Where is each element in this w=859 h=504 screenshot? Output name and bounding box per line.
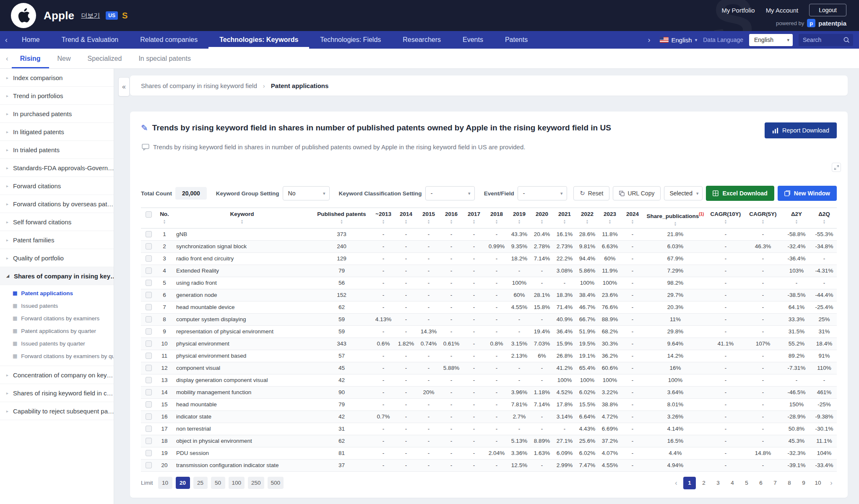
nav-item-technologies-keywords[interactable]: Technologies: Keywords	[208, 31, 309, 49]
sidebar-subitem-issued-patents-by-quarter[interactable]: ▦Issued patents by quarter	[0, 337, 114, 350]
row-checkbox[interactable]	[146, 255, 152, 262]
nav-item-events[interactable]: Events	[452, 31, 494, 49]
row-checkbox[interactable]	[146, 304, 152, 310]
row-checkbox[interactable]	[146, 316, 152, 322]
nav-item-home[interactable]: Home	[11, 31, 51, 49]
sort-icon[interactable]: ▲▼	[312, 219, 371, 224]
row-checkbox[interactable]	[146, 438, 152, 444]
nav-item-patents[interactable]: Patents	[494, 31, 539, 49]
row-checkbox[interactable]	[146, 231, 152, 237]
sidebar-item-forward-citations-by-overseas-pat[interactable]: ▸Forward citations by overseas pat…	[0, 195, 114, 213]
row-checkbox[interactable]	[146, 292, 152, 298]
page-button-4[interactable]: 4	[726, 477, 739, 489]
sort-icon[interactable]: ▲▼	[509, 219, 530, 224]
row-checkbox[interactable]	[146, 401, 152, 408]
sort-icon[interactable]: ▲▼	[418, 219, 439, 224]
sidebar-item-quality-of-portfolio[interactable]: ▸Quality of portfolio	[0, 249, 114, 267]
tab-new[interactable]: New	[49, 49, 79, 68]
sidebar-item-in-purchased-patents[interactable]: ▸In purchased patents	[0, 105, 114, 123]
row-checkbox[interactable]	[146, 243, 152, 249]
row-checkbox[interactable]	[146, 413, 152, 420]
page-button-7[interactable]: 7	[769, 477, 781, 489]
sort-icon[interactable]: ▲▼	[554, 219, 575, 224]
breadcrumb-parent[interactable]: Shares of company in rising keyword fiel…	[141, 82, 257, 89]
page-button-2[interactable]: 2	[698, 477, 710, 489]
more-link[interactable]: 더보기	[81, 12, 100, 20]
nav-item-trend-evaluation[interactable]: Trend & Evaluation	[51, 31, 129, 49]
sidebar-item-forward-citations[interactable]: ▸Forward citations	[0, 177, 114, 195]
sort-icon[interactable]: ▲▼	[441, 219, 462, 224]
sidebar-subitem-issued-patents[interactable]: ▦Issued patents	[0, 299, 114, 312]
excel-download-button[interactable]: Excel Download	[706, 186, 774, 201]
sidebar-item-concentration-of-company-on-key[interactable]: ▸Concentration of company on key…	[0, 366, 114, 384]
sort-icon[interactable]: ▲▼	[463, 219, 484, 224]
sidebar-item-in-trialed-patents[interactable]: ▸In trialed patents	[0, 141, 114, 159]
sort-icon[interactable]: ▲▼	[708, 219, 744, 224]
sort-icon[interactable]: ▲▼	[174, 219, 310, 224]
keyword-group-select[interactable]: No ▾	[283, 186, 330, 200]
sidebar-item-standards-fda-approvals-govern[interactable]: ▸Standards-FDA approvals-Govern…	[0, 159, 114, 177]
keyword-classification-select[interactable]: - ▾	[425, 186, 475, 200]
event-field-select[interactable]: - ▾	[518, 186, 567, 200]
sort-icon[interactable]: ▲▼	[396, 219, 416, 224]
tab-specialized[interactable]: Specialized	[79, 49, 130, 68]
sidebar-item-in-litigated-patents[interactable]: ▸In litigated patents	[0, 123, 114, 141]
sort-icon[interactable]: ▲▼	[782, 219, 811, 224]
locale-selector[interactable]: English ▾	[660, 36, 698, 44]
url-copy-button[interactable]: URL Copy	[613, 186, 661, 200]
sort-icon[interactable]: ▲▼	[373, 219, 394, 224]
tab-rising[interactable]: Rising	[12, 49, 49, 68]
sort-icon[interactable]: ▲▼	[531, 219, 552, 224]
row-checkbox[interactable]	[146, 389, 152, 395]
sidebar-subitem-patent-applications[interactable]: ▦Patent applications	[0, 287, 114, 299]
expand-icon[interactable]	[832, 163, 841, 172]
new-window-button[interactable]: New Window	[778, 186, 837, 201]
sort-icon[interactable]: ▲▼	[645, 221, 706, 226]
nav-scroll-right-icon[interactable]: ›	[645, 36, 654, 44]
sidebar-item-shares-of-company-in-rising-key[interactable]: ◢Shares of company in rising key…	[0, 267, 114, 285]
limit-option-25[interactable]: 25	[193, 477, 208, 489]
select-all-checkbox[interactable]	[146, 211, 152, 218]
sidebar-item-shares-of-rising-keyword-field-in-c[interactable]: ▸Shares of rising keyword field in c…	[0, 384, 114, 402]
row-checkbox[interactable]	[146, 328, 152, 335]
nav-scroll-left-icon[interactable]: ‹	[2, 31, 11, 49]
page-button-6[interactable]: 6	[755, 477, 767, 489]
row-checkbox[interactable]	[146, 280, 152, 286]
sort-icon[interactable]: ▲▼	[812, 219, 836, 224]
my-portfolio-link[interactable]: My Portfolio	[721, 7, 755, 14]
tab-in-special-patents[interactable]: In special patents	[130, 49, 199, 68]
sort-icon[interactable]: ▲▼	[577, 219, 598, 224]
sort-icon[interactable]: ▲▼	[745, 219, 781, 224]
sidebar-collapse-button[interactable]: «	[118, 77, 130, 96]
limit-option-500[interactable]: 500	[268, 477, 284, 489]
row-checkbox[interactable]	[146, 377, 152, 383]
logout-button[interactable]: Logout	[809, 4, 846, 16]
row-checkbox[interactable]	[146, 462, 152, 468]
row-checkbox[interactable]	[146, 353, 152, 359]
sort-icon[interactable]: ▲▼	[486, 219, 507, 224]
report-download-button[interactable]: Report Download	[765, 122, 837, 138]
limit-option-250[interactable]: 250	[248, 477, 264, 489]
page-button-3[interactable]: 3	[712, 477, 724, 489]
sidebar-item-self-forward-citations[interactable]: ▸Self forward citations	[0, 213, 114, 231]
page-button-5[interactable]: 5	[740, 477, 753, 489]
row-checkbox[interactable]	[146, 426, 152, 432]
page-button-10[interactable]: 10	[812, 477, 824, 489]
search-input[interactable]	[803, 36, 843, 43]
row-checkbox[interactable]	[146, 340, 152, 347]
limit-option-20[interactable]: 20	[176, 477, 190, 489]
sidebar-subitem-patent-applications-by-quarter[interactable]: ▦Patent applications by quarter	[0, 325, 114, 337]
page-button-9[interactable]: 9	[797, 477, 810, 489]
my-account-link[interactable]: My Account	[766, 7, 799, 14]
page-next-icon[interactable]: ›	[826, 477, 837, 489]
sidebar-subitem-forward-citations-by-examiners[interactable]: ▦Forward citations by examiners	[0, 312, 114, 325]
page-button-8[interactable]: 8	[783, 477, 796, 489]
row-checkbox[interactable]	[146, 450, 152, 456]
sidebar-subitem-forward-citations-by-examiners-by-qua[interactable]: ▦Forward citations by examiners by qua…	[0, 350, 114, 362]
page-button-1[interactable]: 1	[683, 477, 696, 489]
subtab-scroll-left-icon[interactable]: ‹	[3, 49, 12, 68]
sort-icon[interactable]: ▲▼	[157, 219, 172, 224]
reset-button[interactable]: ↻ Reset	[573, 186, 609, 200]
sort-icon[interactable]: ▲▼	[622, 219, 643, 224]
nav-item-related-companies[interactable]: Related companies	[129, 31, 208, 49]
